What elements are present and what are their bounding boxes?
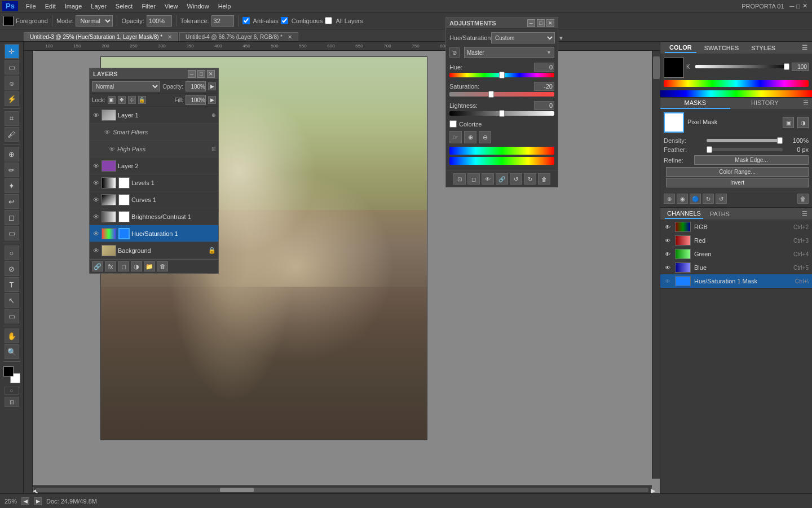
masks-icon-2[interactable]: ◉	[677, 194, 688, 204]
menu-help[interactable]: Help	[214, 2, 236, 11]
color-panel-menu[interactable]: ☰	[802, 44, 807, 51]
density-thumb[interactable]	[777, 137, 783, 144]
menu-view[interactable]: View	[160, 2, 183, 11]
heal-tool[interactable]: ⊕	[5, 147, 19, 161]
invert-btn[interactable]: Invert	[666, 178, 809, 187]
adj-footer-delete[interactable]: 🗑	[538, 173, 550, 185]
masks-icon-1[interactable]: ⊕	[664, 194, 675, 204]
window-minimize[interactable]: ─	[790, 3, 797, 10]
history-brush-tool[interactable]: ↩	[5, 194, 19, 209]
zoom-history-back[interactable]: ◀	[21, 497, 29, 505]
k-slider-track[interactable]	[695, 65, 789, 68]
layer-item-hue[interactable]: 👁 Hue/Saturation 1	[90, 225, 218, 242]
adj-title-bar[interactable]: ADJUSTMENTS ─ □ ✕	[446, 17, 558, 29]
menu-edit[interactable]: Edit	[41, 2, 60, 11]
eye-highpass[interactable]: 👁	[108, 145, 116, 153]
foreground-swatch[interactable]	[3, 16, 14, 26]
sat-slider-thumb[interactable]	[488, 91, 494, 98]
layers-opacity-input[interactable]	[186, 81, 206, 91]
masks-icon-5[interactable]: ↺	[716, 194, 727, 204]
eyedropper-tool[interactable]: 🖋	[5, 127, 19, 142]
opacity-arrow[interactable]: ▶	[208, 82, 216, 90]
sat-value-input[interactable]	[534, 82, 554, 91]
eye-icon-red[interactable]: 👁	[664, 237, 672, 244]
zoom-history-forward[interactable]: ▶	[34, 497, 42, 505]
opacity-input[interactable]	[147, 15, 172, 27]
clone-tool[interactable]: ✦	[5, 178, 19, 193]
adj-footer-eye[interactable]: 👁	[482, 173, 494, 185]
adj-channel-dropdown[interactable]: Master ▼	[464, 47, 554, 58]
lock-icon-1[interactable]: ▣	[108, 96, 116, 104]
hue-value-input[interactable]	[534, 63, 554, 72]
hue-slider-thumb[interactable]	[499, 72, 505, 78]
window-close[interactable]: ✕	[802, 2, 810, 10]
mask-edge-btn[interactable]: Mask Edge...	[694, 155, 809, 165]
move-tool[interactable]: ✛	[5, 44, 19, 59]
color-range-btn[interactable]: Color Range...	[666, 167, 809, 177]
layers-group-btn[interactable]: 📁	[144, 261, 155, 271]
menu-file[interactable]: File	[21, 2, 41, 11]
masks-icon-3[interactable]: 🔵	[690, 194, 701, 204]
masks-tab[interactable]: MASKS	[660, 98, 730, 109]
light-value-input[interactable]	[534, 101, 554, 110]
marquee-tool[interactable]: ▭	[5, 60, 19, 75]
text-tool[interactable]: T	[5, 277, 19, 292]
foreground-color-swatch[interactable]	[3, 366, 14, 376]
anti-alias-checkbox[interactable]	[242, 17, 250, 24]
mask-icon-2[interactable]: ◑	[797, 117, 809, 128]
layer-badge-1[interactable]: ⊕	[211, 112, 216, 118]
k-value-input[interactable]	[792, 63, 809, 71]
lock-icon-2[interactable]: ✥	[118, 96, 126, 104]
layer-item-levels[interactable]: 👁 Levels 1	[90, 174, 218, 191]
channel-row-rgb[interactable]: 👁 RGB Ctrl+2	[660, 220, 812, 234]
window-restore[interactable]: □	[796, 3, 802, 10]
masks-panel-menu[interactable]: ☰	[800, 98, 812, 109]
dodge-tool[interactable]: ○	[5, 246, 19, 260]
h-scroll-right[interactable]: ▶	[651, 487, 652, 493]
quick-mask-btn[interactable]: ○	[5, 387, 19, 395]
adj-channel-icon[interactable]: ⊘	[449, 47, 460, 58]
eye-icon-green[interactable]: 👁	[664, 250, 672, 258]
adj-footer-clip[interactable]: ⊡	[453, 173, 466, 185]
paths-tab[interactable]: PATHS	[708, 209, 732, 218]
tab-color[interactable]: COLOR	[665, 43, 696, 53]
eye-icon-blue[interactable]: 👁	[664, 264, 672, 271]
adj-preset-dropdown[interactable]: Custom Default Increase Saturation Desat…	[491, 32, 555, 43]
adj-footer-chain[interactable]: 🔗	[496, 173, 508, 185]
light-slider-track[interactable]	[449, 111, 554, 116]
tab-1[interactable]: Untitled-3 @ 25% (Hue/Saturation 1, Laye…	[24, 32, 178, 41]
eye-layer-1[interactable]: 👁	[92, 111, 100, 119]
layer-item-curves[interactable]: 👁 Curves 1	[90, 191, 218, 208]
fill-input[interactable]	[186, 95, 206, 105]
wand-tool[interactable]: ⚡	[5, 91, 19, 106]
menu-image[interactable]: Image	[60, 2, 87, 11]
shape-tool[interactable]: ▭	[5, 309, 19, 323]
mode-dropdown[interactable]: Normal Multiply Screen	[76, 15, 113, 27]
layer-item-smartfilters[interactable]: 👁 Smart Filters	[90, 124, 218, 141]
contiguous-checkbox[interactable]	[281, 17, 288, 24]
adj-tool-minus[interactable]: ⊖	[479, 131, 491, 143]
vertical-scrollbar[interactable]	[652, 51, 660, 479]
adj-minimize-btn[interactable]: ─	[527, 19, 535, 27]
channel-row-red[interactable]: 👁 Red Ctrl+3	[660, 234, 812, 247]
channel-row-green[interactable]: 👁 Green Ctrl+4	[660, 247, 812, 261]
eye-icon-huemask[interactable]: 👁	[664, 277, 672, 285]
adj-tool-plus[interactable]: ⊕	[464, 131, 476, 143]
screen-mode-btn[interactable]: ⊡	[5, 397, 19, 407]
v-scroll-thumb[interactable]	[653, 56, 660, 79]
k-slider-thumb[interactable]	[784, 63, 789, 70]
feather-thumb[interactable]	[707, 146, 712, 153]
path-selection-tool[interactable]: ↖	[5, 293, 19, 308]
all-layers-checkbox[interactable]	[325, 17, 332, 24]
adj-preset-expand[interactable]: ▼	[558, 33, 564, 42]
channel-row-huemask[interactable]: 👁 Hue/Saturation 1 Mask Ctrl+\	[660, 274, 812, 288]
layers-mode-dropdown[interactable]: Normal Multiply Screen	[92, 81, 160, 91]
pen-tool[interactable]: ⊘	[5, 261, 19, 276]
color-panel-header[interactable]: COLOR SWATCHES STYLES ☰	[660, 42, 812, 54]
layers-mask-btn[interactable]: ◻	[118, 261, 129, 271]
masks-icon-trash[interactable]: 🗑	[797, 194, 809, 204]
color-spectrum-bar[interactable]	[664, 80, 809, 87]
adj-close-btn[interactable]: ✕	[546, 19, 554, 27]
feather-slider[interactable]	[707, 148, 783, 151]
hue-slider-track[interactable]	[449, 73, 554, 77]
